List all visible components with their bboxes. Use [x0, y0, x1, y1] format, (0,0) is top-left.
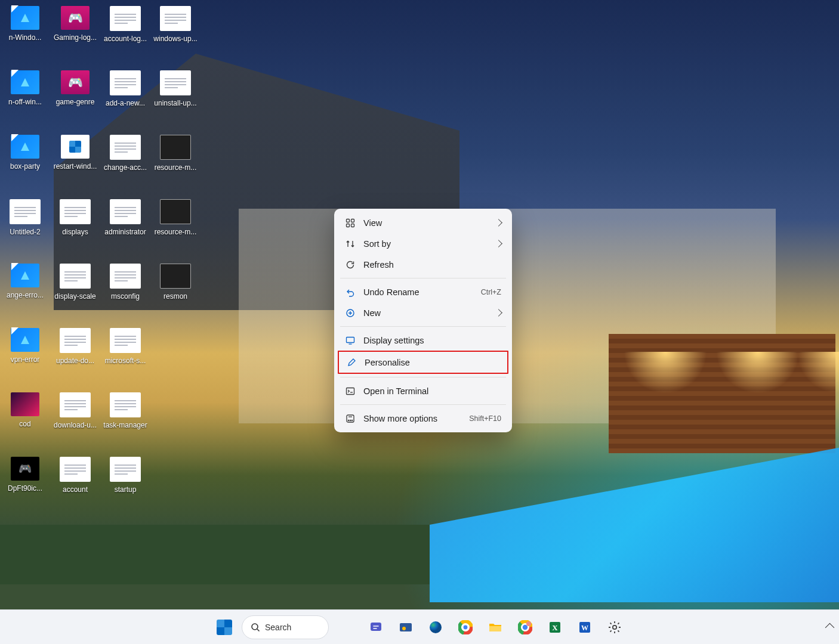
chevron-right-icon [495, 309, 502, 317]
context-menu-separator [340, 278, 506, 278]
desktop-icon-thumb [160, 199, 191, 224]
desktop-icon-label: resmon [164, 292, 187, 301]
taskbar-app-word[interactable]: W [572, 615, 597, 640]
desktop-icon-thumb [10, 135, 40, 159]
desktop-icon[interactable]: Gaming-log... [50, 4, 100, 67]
svg-point-15 [430, 621, 442, 633]
start-button[interactable] [212, 615, 237, 640]
svg-rect-13 [400, 623, 412, 631]
desktop-icon[interactable]: ange-erro... [0, 261, 50, 324]
context-menu-item-label: Show more options [363, 414, 461, 423]
desktop-icon[interactable]: n-off-win... [0, 68, 50, 131]
context-menu-item-display[interactable]: Display settings [338, 330, 508, 351]
desktop-icon-thumb [60, 264, 91, 289]
desktop-icon[interactable]: msconfig [100, 261, 150, 324]
desktop-icon[interactable]: account [50, 454, 100, 518]
desktop-icon-thumb [60, 70, 90, 94]
taskbar-app-excel[interactable]: X [542, 615, 567, 640]
desktop-icon[interactable]: add-a-new... [100, 68, 150, 131]
desktop-icon-thumb [160, 264, 191, 289]
desktop-icon-label: Gaming-log... [54, 33, 97, 42]
svg-point-10 [351, 420, 352, 420]
desktop-icon[interactable]: cod [0, 390, 50, 453]
context-menu-item-new[interactable]: New [338, 302, 508, 323]
context-menu-item-view[interactable]: View [338, 212, 508, 233]
taskbar-app-chat[interactable] [363, 615, 388, 640]
context-menu-item-personalise[interactable]: Personalise [338, 351, 508, 374]
desktop-icon-label: uninstall-up... [154, 99, 196, 107]
desktop-icon[interactable]: box-party [0, 132, 50, 196]
taskbar-app-chrome-profile[interactable] [513, 615, 538, 640]
desktop-icon[interactable]: change-acc... [100, 132, 150, 196]
desktop-icon[interactable]: administrator [100, 197, 150, 260]
context-menu-item-refresh[interactable]: Refresh [338, 254, 508, 275]
desktop-icon[interactable]: vpn-error [0, 326, 50, 389]
desktop[interactable]: n-Windo...Gaming-log...account-log...win… [0, 0, 839, 609]
desktop-icon-label: microsoft-s... [105, 357, 146, 365]
desktop-icon[interactable]: resmon [150, 261, 201, 324]
desktop-icon[interactable]: windows-up... [150, 4, 201, 67]
desktop-icon[interactable]: microsoft-s... [100, 326, 150, 389]
desktop-icons-grid: n-Windo...Gaming-log...account-log...win… [0, 4, 201, 518]
desktop-icon[interactable]: displays [50, 197, 100, 260]
taskbar-search-label: Search [265, 623, 291, 632]
desktop-icon[interactable]: DpFt90ic... [0, 454, 50, 518]
desktop-icon[interactable]: restart-wind... [50, 132, 100, 196]
taskbar: SearchXW [0, 609, 839, 644]
context-menu-item-shortcut: Ctrl+Z [481, 288, 501, 296]
taskbar-app-task-view[interactable] [334, 615, 359, 640]
taskbar-tray[interactable] [826, 624, 833, 631]
desktop-icon-label: account-log... [104, 35, 147, 43]
svg-text:X: X [552, 623, 558, 632]
desktop-icon-label: windows-up... [153, 35, 197, 43]
desktop-icon-label: resource-m... [155, 228, 197, 236]
taskbar-search[interactable]: Search [242, 615, 329, 639]
context-menu-item-label: Display settings [363, 336, 501, 345]
desktop-icon[interactable]: account-log... [100, 4, 150, 67]
taskbar-app-file-explorer[interactable] [483, 615, 508, 640]
desktop-icon[interactable]: startup [100, 454, 150, 518]
svg-text:W: W [581, 624, 588, 632]
terminal-icon [345, 386, 355, 396]
desktop-icon[interactable]: resource-m... [150, 197, 201, 260]
desktop-icon[interactable]: display-scale [50, 261, 100, 324]
context-menu-item-label: Undo Rename [363, 287, 473, 297]
desktop-icon-label: task-manager [103, 421, 147, 429]
svg-rect-6 [346, 388, 354, 394]
taskbar-app-snipping[interactable] [393, 615, 418, 640]
context-menu-item-terminal[interactable]: Open in Terminal [338, 380, 508, 401]
desktop-icon-label: box-party [10, 162, 40, 171]
desktop-icon[interactable]: Untitled-2 [0, 197, 50, 260]
desktop-icon[interactable]: update-do... [50, 326, 100, 389]
desktop-icon-thumb [10, 457, 40, 481]
context-menu-item-sort[interactable]: Sort by [338, 233, 508, 254]
desktop-icon[interactable]: task-manager [100, 390, 150, 453]
context-menu-separator [340, 404, 506, 405]
taskbar-app-edge[interactable] [423, 615, 448, 640]
desktop-icon-label: msconfig [111, 292, 140, 301]
desktop-icon[interactable]: uninstall-up... [150, 68, 201, 131]
desktop-icon-label: n-off-win... [8, 98, 42, 106]
desktop-icon[interactable]: game-genre [50, 68, 100, 131]
tray-chevron-icon[interactable] [825, 623, 835, 632]
taskbar-app-settings[interactable] [602, 615, 627, 640]
desktop-icon[interactable]: download-u... [50, 390, 100, 453]
svg-rect-3 [351, 224, 354, 227]
svg-point-27 [523, 625, 528, 630]
context-menu-item-undo[interactable]: Undo RenameCtrl+Z [338, 281, 508, 302]
taskbar-app-chrome[interactable] [453, 615, 478, 640]
brush-icon [346, 357, 356, 367]
desktop-icon-label: DpFt90ic... [8, 484, 42, 493]
context-menu-item-more[interactable]: Show more optionsShift+F10 [338, 408, 508, 429]
desktop-icon-thumb [110, 6, 141, 31]
context-menu-separator [340, 326, 506, 327]
sort-icon [345, 239, 355, 249]
desktop-icon-label: change-acc... [104, 163, 147, 172]
desktop-icon-thumb [60, 135, 90, 159]
desktop-icon[interactable]: resource-m... [150, 132, 201, 196]
desktop-icon-label: vpn-error [11, 355, 40, 364]
svg-point-33 [613, 626, 616, 629]
svg-point-28 [526, 621, 531, 626]
context-menu-item-label: New [363, 308, 488, 318]
desktop-icon[interactable]: n-Windo... [0, 4, 50, 67]
